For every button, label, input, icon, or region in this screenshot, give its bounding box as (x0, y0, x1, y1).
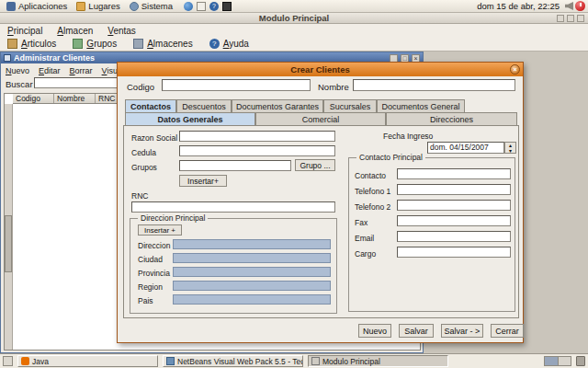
rnc-input[interactable] (131, 201, 335, 213)
main-window-title: Modulo Principal (259, 13, 330, 23)
tab-datos-generales[interactable]: Datos Generales (125, 112, 255, 125)
menu-grupos-label: Grupos (86, 39, 117, 49)
direccion-principal-group: Direccion Principal Insertar + Direccion… (130, 218, 337, 314)
rnc-label: RNC (131, 191, 148, 201)
razon-social-input[interactable] (179, 131, 335, 142)
cedula-label: Cedula (131, 148, 156, 157)
table-scrollbar[interactable] (5, 104, 13, 350)
email-label: Email (355, 234, 374, 243)
terminal-launcher-icon[interactable] (222, 2, 232, 11)
browser-launcher-icon[interactable] (184, 2, 193, 11)
telefono1-input[interactable] (397, 184, 511, 195)
minimize-button[interactable] (557, 15, 564, 22)
task-netbeans-label: NetBeans Visual Web Pack 5.5 - Technical… (177, 357, 303, 366)
menu-editar[interactable]: Editar (39, 66, 61, 75)
tab-direcciones[interactable]: Direcciones (386, 112, 517, 125)
menu-almacenes-label: Almacenes (147, 39, 192, 49)
power-icon[interactable] (575, 1, 585, 11)
menu-nuevo[interactable]: Nuevo (6, 66, 29, 75)
nombre-input[interactable] (353, 79, 515, 91)
menu-almacenes[interactable]: Almacenes (133, 39, 192, 49)
provincia-field (173, 267, 331, 277)
tab-documentos-general[interactable]: Documentos General (377, 99, 465, 112)
column-nombre[interactable]: Nombre (54, 94, 96, 103)
applications-menu-label: Aplicaciones (18, 1, 67, 11)
task-java-label: Java (32, 357, 49, 366)
system-menu[interactable]: Sistema (126, 0, 176, 13)
dialog-close-icon[interactable] (510, 64, 520, 75)
close-button[interactable] (577, 15, 584, 22)
menu-almacen[interactable]: Almacen (57, 26, 93, 36)
places-menu[interactable]: Lugares (73, 0, 123, 13)
menu-ayuda[interactable]: ? Ayuda (209, 39, 249, 49)
direccion-principal-title: Direccion Principal (138, 213, 208, 223)
telefono2-input[interactable] (397, 200, 511, 211)
java-icon (21, 357, 29, 365)
help-launcher-icon[interactable]: ? (209, 2, 219, 11)
nuevo-button[interactable]: Nuevo (358, 324, 391, 338)
provincia-label: Provincia (138, 269, 170, 278)
insertar-direccion-button[interactable]: Insertar + (138, 224, 182, 236)
top-panel: Aplicaciones Lugares Sistema ? dom 15 de… (0, 0, 588, 13)
datos-generales-panel: Razon Social Cedula Grupos Grupo ... Ins… (123, 125, 519, 318)
menu-articulos[interactable]: Articulos (7, 39, 56, 49)
tab-sucursales[interactable]: Sucursales (323, 99, 377, 112)
grupo-button[interactable]: Grupo ... (295, 159, 335, 171)
fax-input[interactable] (397, 215, 511, 226)
volume-icon[interactable] (565, 2, 573, 10)
ayuda-icon: ? (209, 39, 220, 49)
contacto-label: Contacto (355, 171, 386, 180)
razon-social-label: Razon Social (131, 133, 177, 143)
main-window-titlebar: Modulo Principal (0, 13, 588, 24)
scrollbar-thumb[interactable] (5, 215, 12, 272)
menu-articulos-label: Articulos (21, 39, 56, 49)
workspace-1[interactable] (545, 357, 558, 365)
tab-descuentos[interactable]: Descuentos (176, 99, 232, 112)
task-java[interactable]: Java (17, 355, 158, 367)
nombre-label: Nombre (318, 82, 349, 92)
netbeans-icon (166, 357, 175, 365)
cedula-input[interactable] (179, 145, 335, 156)
crear-clientes-dialog: Crear Clientes Codigo Nombre Contactos D… (117, 62, 524, 343)
task-modulo-principal[interactable]: Modulo Principal (308, 355, 448, 367)
menu-grupos[interactable]: Grupos (73, 39, 117, 49)
insertar-grupo-button[interactable]: Insertar+ (179, 175, 227, 187)
cargo-input[interactable] (397, 247, 511, 258)
email-input[interactable] (397, 231, 511, 242)
grupos-input[interactable] (179, 160, 291, 171)
menu-borrar[interactable]: Borrar (70, 66, 93, 75)
system-icon (130, 2, 139, 11)
show-desktop-icon[interactable] (3, 356, 13, 366)
menu-ventas[interactable]: Ventas (107, 26, 136, 36)
codigo-label: Codigo (127, 82, 154, 92)
applications-menu[interactable]: Aplicaciones (3, 0, 71, 13)
direccion-label: Direccion (138, 241, 170, 250)
salvar-button[interactable]: Salvar (399, 324, 434, 338)
almacenes-icon (133, 39, 143, 49)
tab-comercial[interactable]: Comercial (255, 112, 386, 125)
maximize-button[interactable] (567, 15, 574, 22)
trash-icon[interactable] (576, 356, 585, 366)
cerrar-button[interactable]: Cerrar (491, 324, 524, 338)
menu-principal[interactable]: Principal (7, 26, 42, 36)
contacto-input[interactable] (397, 168, 511, 179)
task-modulo-label: Modulo Principal (322, 357, 380, 366)
region-label: Region (138, 282, 163, 292)
tab-documentos-garantes[interactable]: Documentos Garantes (232, 99, 323, 112)
mail-launcher-icon[interactable] (197, 2, 206, 11)
workspace-2[interactable] (558, 357, 571, 365)
tab-contactos[interactable]: Contactos (125, 99, 176, 112)
pais-label: Pais (138, 296, 153, 305)
task-netbeans[interactable]: NetBeans Visual Web Pack 5.5 - Technical… (163, 355, 303, 367)
salvar-siguiente-button[interactable]: Salvar - > (441, 324, 483, 338)
grupos-icon (73, 39, 83, 49)
column-codigo[interactable]: Codigo (13, 94, 54, 103)
menu-ayuda-label: Ayuda (223, 39, 249, 49)
articulos-icon (7, 39, 17, 49)
places-icon (76, 2, 85, 11)
modulo-icon (311, 357, 320, 365)
codigo-input[interactable] (162, 79, 311, 91)
fecha-spinner-icon[interactable] (504, 142, 516, 154)
fecha-ingreso-input[interactable]: dom. 04/15/2007 (427, 142, 504, 154)
panel-clock[interactable]: dom 15 de abr, 22:25 (473, 1, 563, 11)
